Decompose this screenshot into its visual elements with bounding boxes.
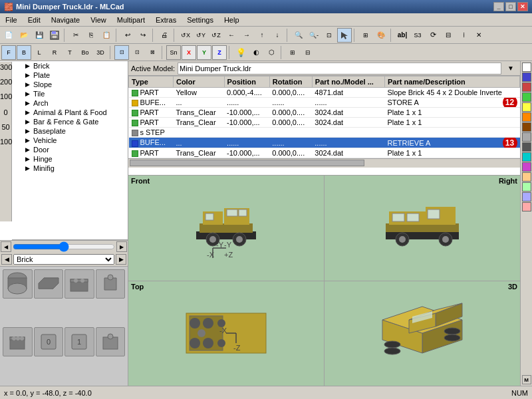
color-blue[interactable] [522, 72, 531, 82]
rotate-x-button[interactable]: ↺X [178, 28, 193, 43]
grid-toggle-button[interactable]: ⊟ [441, 28, 456, 43]
table-hscrollbar[interactable] [128, 158, 520, 168]
viewport-right[interactable]: Right [325, 176, 520, 281]
axis-x-toggle[interactable]: X [182, 45, 196, 60]
table-row[interactable]: PART Trans_Clear -10.000,... 0.000,0....… [129, 118, 520, 128]
color-tan[interactable] [522, 172, 531, 182]
minimize-button[interactable]: _ [493, 2, 504, 11]
part-thumb-7[interactable]: 1 [65, 327, 94, 356]
color-orange[interactable] [522, 112, 531, 122]
tree-item-animal[interactable]: ▶ Animal & Plant & Food [12, 108, 128, 117]
menu-extras[interactable]: Extras [150, 13, 182, 26]
view-front-button[interactable]: F [1, 45, 16, 60]
menu-file[interactable]: File [0, 13, 23, 26]
tree-item-tile[interactable]: ▶ Tile [12, 89, 128, 98]
parts-next-button[interactable]: ▶ [116, 254, 126, 265]
grid-size-3[interactable]: ⊠ [145, 45, 160, 60]
active-model-input[interactable] [178, 63, 501, 74]
panel-scrollbar[interactable] [13, 243, 115, 251]
part-thumb-1[interactable] [3, 269, 33, 299]
view-3d-button[interactable]: 3D [93, 45, 108, 60]
m-button[interactable]: M [522, 375, 531, 384]
zoom-fit-button[interactable]: ⊡ [322, 28, 336, 43]
tree-item-arch[interactable]: ▶ Arch [12, 98, 128, 108]
color-pink[interactable] [522, 202, 531, 211]
move-right-button[interactable]: → [239, 28, 254, 43]
tree-item-minifig[interactable]: ▶ Minifig [12, 164, 128, 173]
tree-item-door[interactable]: ▶ Door [12, 145, 128, 154]
part-thumb-2[interactable] [34, 269, 64, 299]
tree-item-baseplate[interactable]: ▶ Baseplate [12, 126, 128, 136]
menu-navigate[interactable]: Navigate [46, 13, 85, 26]
open-button[interactable]: 📂 [17, 28, 31, 43]
color-green[interactable] [522, 92, 531, 102]
col-partno[interactable]: Part no./Model ... [312, 76, 384, 88]
viewport-top[interactable]: Top -X -Z [128, 281, 324, 386]
save-as-button[interactable] [47, 28, 62, 43]
tree-item-brick[interactable]: ▶ Brick [12, 61, 128, 70]
maximize-button[interactable]: □ [505, 2, 516, 11]
axis-z-toggle[interactable]: Z [212, 45, 227, 60]
print-button[interactable]: 🖨 [157, 28, 172, 43]
model-browse-button[interactable]: ▼ [504, 63, 517, 74]
move-up-button[interactable]: ↑ [255, 28, 269, 43]
col-type[interactable]: Type [129, 76, 174, 88]
grid-button-2[interactable]: ⊞ [285, 45, 300, 60]
color-yellow[interactable] [522, 102, 531, 112]
zoom-out-button[interactable]: 🔍- [307, 28, 321, 43]
part-thumb-3[interactable] [65, 269, 94, 299]
color-lt-blue[interactable] [522, 192, 531, 201]
part-thumb-5[interactable] [3, 327, 33, 356]
menu-settings[interactable]: Settings [182, 13, 219, 26]
zoom-in-button[interactable]: 🔍 [291, 28, 306, 43]
view-top-button[interactable]: T [63, 45, 77, 60]
render-button[interactable]: ◐ [249, 45, 263, 60]
color-magenta[interactable] [522, 162, 531, 172]
extra-btn-1[interactable]: ⊟ [301, 45, 315, 60]
col-description[interactable]: Part name/Description [384, 76, 519, 88]
copy-button[interactable]: ⎘ [84, 28, 98, 43]
move-down-button[interactable]: ↓ [270, 28, 285, 43]
table-row[interactable]: BUFE... ... ...... ...... ...... STORE A… [129, 98, 520, 108]
col-rotation[interactable]: Rotation [269, 76, 312, 88]
color-cyan[interactable] [522, 152, 531, 162]
table-row[interactable]: PART Trans_Clear -10.000,... 0.000,0....… [129, 108, 520, 118]
color-red[interactable] [522, 82, 531, 92]
save-button[interactable]: 💾 [32, 28, 47, 43]
wireframe-button[interactable]: ⬡ [264, 45, 279, 60]
tree-item-slope[interactable]: ▶ Slope [12, 80, 128, 89]
new-button[interactable]: 📄 [1, 28, 16, 43]
rotate-z-button[interactable]: ↺Z [209, 28, 223, 43]
tree-item-plate[interactable]: ▶ Plate [12, 70, 128, 80]
view-left-button[interactable]: L [32, 45, 47, 60]
part-thumb-4[interactable] [96, 269, 126, 299]
light-button[interactable]: 💡 [233, 45, 248, 60]
menu-multipart[interactable]: Multipart [112, 13, 150, 26]
parts-type-select[interactable]: Brick Plate Slope [13, 254, 114, 265]
part-thumb-8[interactable] [96, 327, 126, 356]
s3-btn[interactable]: S3 [410, 28, 425, 43]
rotate-y-button[interactable]: ↺Y [194, 28, 208, 43]
table-row[interactable]: PART Yellow 0.000,-4.... 0.000,0.... 487… [129, 88, 520, 98]
menu-view[interactable]: View [85, 13, 112, 26]
snap-toggle[interactable]: Sn [166, 45, 181, 60]
nav-next-button[interactable]: ▶ [116, 241, 127, 252]
grid-size-2[interactable]: ⊡ [130, 45, 144, 60]
table-row[interactable]: s STEP [129, 128, 520, 138]
undo-button[interactable]: ↩ [120, 28, 135, 43]
parts-prev-button[interactable]: ◀ [1, 254, 12, 265]
col-color[interactable]: Color [173, 76, 224, 88]
color-dk-gray[interactable] [522, 142, 531, 152]
viewport-front[interactable]: Front [128, 176, 324, 281]
snap-grid-button[interactable]: ⊞ [358, 28, 373, 43]
refresh-button[interactable]: ⟳ [426, 28, 440, 43]
text-btn[interactable]: ab| [395, 28, 410, 43]
color-lt-green[interactable] [522, 182, 531, 192]
tree-item-vehicle[interactable]: ▶ Vehicle [12, 136, 128, 145]
dots-button[interactable]: ⁞ [456, 28, 471, 43]
move-left-button[interactable]: ← [224, 28, 239, 43]
part-thumb-6[interactable]: 0 [34, 327, 64, 356]
cut-button[interactable]: ✂ [68, 28, 83, 43]
paste-button[interactable]: 📋 [99, 28, 114, 43]
close-button[interactable]: ✕ [517, 2, 528, 11]
